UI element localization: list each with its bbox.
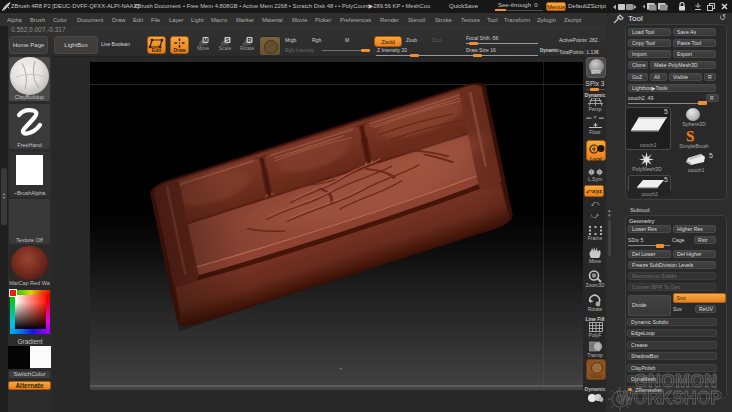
svg-text:R: R <box>248 37 252 43</box>
svg-text:WORKSHOP: WORKSHOP <box>617 388 722 408</box>
svg-text:M: M <box>203 37 208 43</box>
svg-text:S: S <box>226 37 230 43</box>
